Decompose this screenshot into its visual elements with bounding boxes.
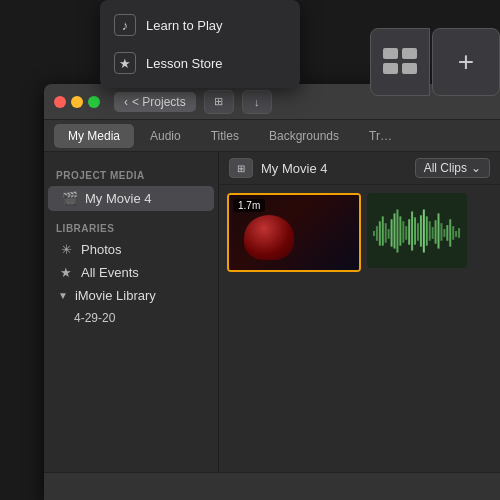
- svg-rect-3: [402, 63, 417, 74]
- clip-duration: 1.7m: [233, 199, 265, 212]
- grid-layout-button[interactable]: ⊞: [204, 90, 234, 114]
- dropdown-menu: ♪ Learn to Play ★ Lesson Store: [100, 0, 300, 88]
- tab-backgrounds[interactable]: Backgrounds: [255, 124, 353, 148]
- all-events-icon: ★: [58, 265, 74, 280]
- svg-rect-30: [449, 219, 451, 246]
- svg-rect-7: [382, 216, 384, 245]
- media-browser-header: ⊞ My Movie 4 All Clips ⌄: [219, 152, 500, 185]
- photos-label: Photos: [81, 242, 121, 257]
- import-icon: ↓: [254, 96, 260, 108]
- tab-transitions[interactable]: Tr…: [355, 124, 406, 148]
- bottom-bar: [44, 472, 500, 500]
- svg-rect-25: [435, 220, 437, 243]
- svg-rect-32: [455, 231, 457, 237]
- svg-rect-18: [414, 217, 416, 244]
- svg-rect-13: [399, 216, 401, 245]
- video-clip-1[interactable]: 1.7m: [227, 193, 361, 272]
- dropdown-item-learn-to-play[interactable]: ♪ Learn to Play: [100, 6, 300, 44]
- imovie-library-label: iMovie Library: [75, 288, 156, 303]
- svg-rect-16: [408, 219, 410, 244]
- svg-rect-23: [429, 221, 431, 241]
- svg-rect-19: [417, 223, 419, 241]
- svg-rect-8: [385, 223, 387, 243]
- svg-rect-17: [411, 211, 413, 250]
- svg-rect-31: [452, 226, 454, 240]
- sidebar: PROJECT MEDIA 🎬 My Movie 4 LIBRARIES ✳ P…: [44, 152, 219, 500]
- svg-rect-1: [402, 48, 417, 59]
- photos-icon: ✳: [58, 242, 74, 257]
- date-label: 4-29-20: [74, 311, 115, 325]
- svg-rect-28: [443, 229, 445, 237]
- sidebar-item-imovie-library[interactable]: ▼ iMovie Library: [44, 284, 218, 307]
- svg-rect-29: [446, 225, 448, 241]
- dropdown-arrow-icon: ⌄: [471, 161, 481, 175]
- add-button[interactable]: +: [432, 28, 500, 96]
- svg-rect-22: [426, 216, 428, 245]
- clips-label: All Clips: [424, 161, 467, 175]
- sidebar-item-photos[interactable]: ✳ Photos: [44, 238, 218, 261]
- sidebar-item-all-events[interactable]: ★ All Events: [44, 261, 218, 284]
- clips-dropdown[interactable]: All Clips ⌄: [415, 158, 490, 178]
- dropdown-lesson-label: Lesson Store: [146, 56, 223, 71]
- tab-audio[interactable]: Audio: [136, 124, 195, 148]
- movie-icon: 🎬: [62, 191, 78, 206]
- media-browser: ⊞ My Movie 4 All Clips ⌄ 1.7m: [219, 152, 500, 500]
- svg-rect-33: [458, 228, 460, 238]
- sidebar-item-date[interactable]: 4-29-20: [44, 307, 218, 329]
- chevron-left-icon: ‹: [124, 95, 128, 109]
- waveform-svg: [373, 201, 461, 261]
- audio-waveform: [369, 195, 465, 266]
- svg-rect-21: [423, 209, 425, 252]
- imovie-window: ‹ < Projects ⊞ ↓ My Media Audio Titles B…: [44, 84, 500, 500]
- view-toggle-button[interactable]: ⊞: [229, 158, 253, 178]
- sidebar-libraries: LIBRARIES ✳ Photos ★ All Events ▼ iMovie…: [44, 219, 218, 329]
- main-content: PROJECT MEDIA 🎬 My Movie 4 LIBRARIES ✳ P…: [44, 152, 500, 500]
- dropdown-item-lesson-store[interactable]: ★ Lesson Store: [100, 44, 300, 82]
- svg-rect-10: [391, 219, 393, 246]
- plus-icon: +: [458, 46, 474, 78]
- chevron-down-icon: ▼: [58, 290, 68, 301]
- back-projects-button[interactable]: ‹ < Projects: [114, 92, 196, 112]
- svg-rect-15: [405, 226, 407, 240]
- traffic-lights: [54, 96, 100, 108]
- svg-rect-14: [402, 221, 404, 243]
- tab-titles[interactable]: Titles: [197, 124, 253, 148]
- project-media-label: PROJECT MEDIA: [44, 166, 218, 185]
- star-icon: ★: [114, 52, 136, 74]
- sidebar-project-name: My Movie 4: [85, 191, 151, 206]
- svg-rect-9: [388, 229, 390, 239]
- view-icon: ⊞: [237, 163, 245, 174]
- svg-rect-2: [383, 63, 398, 74]
- close-button[interactable]: [54, 96, 66, 108]
- back-label: < Projects: [132, 95, 186, 109]
- svg-rect-12: [396, 209, 398, 252]
- svg-rect-0: [383, 48, 398, 59]
- svg-rect-27: [440, 223, 442, 241]
- tab-my-media[interactable]: My Media: [54, 124, 134, 148]
- import-button[interactable]: ↓: [242, 90, 272, 114]
- media-tabs: My Media Audio Titles Backgrounds Tr…: [44, 120, 500, 152]
- dropdown-learn-label: Learn to Play: [146, 18, 223, 33]
- sidebar-item-my-movie[interactable]: 🎬 My Movie 4: [48, 186, 214, 211]
- minimize-button[interactable]: [71, 96, 83, 108]
- svg-rect-26: [438, 213, 440, 248]
- grid-view-button[interactable]: [370, 28, 430, 96]
- svg-rect-24: [432, 227, 434, 239]
- grid-icon: [382, 47, 418, 77]
- svg-rect-11: [394, 213, 396, 248]
- svg-rect-6: [379, 221, 381, 245]
- media-browser-title: My Movie 4: [261, 161, 407, 176]
- audio-clip-1[interactable]: [367, 193, 467, 268]
- media-grid: 1.7m: [219, 185, 500, 280]
- libraries-label: LIBRARIES: [44, 219, 218, 238]
- maximize-button[interactable]: [88, 96, 100, 108]
- scene-figure: [244, 215, 294, 260]
- layout-icon: ⊞: [214, 95, 223, 108]
- all-events-label: All Events: [81, 265, 139, 280]
- svg-rect-5: [376, 226, 378, 241]
- music-icon: ♪: [114, 14, 136, 36]
- svg-rect-20: [420, 215, 422, 246]
- video-thumbnail: 1.7m: [229, 195, 359, 270]
- svg-rect-4: [373, 231, 375, 236]
